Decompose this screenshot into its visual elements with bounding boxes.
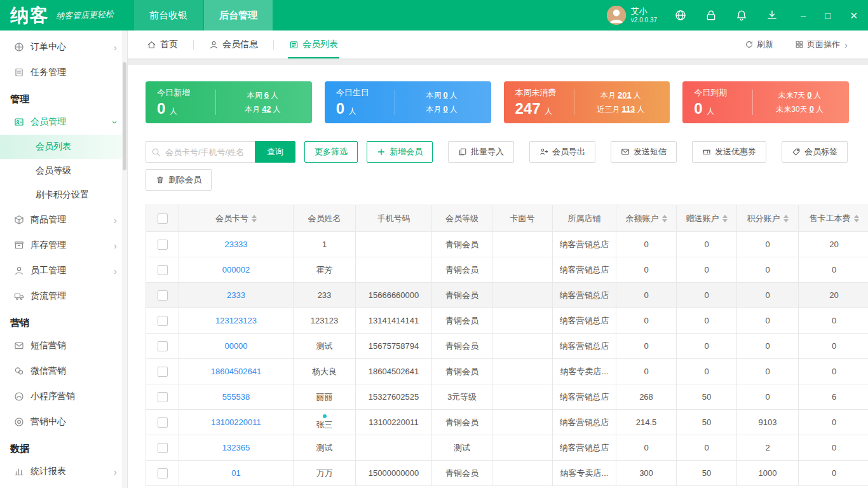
tab-1[interactable]: 会员信息 <box>208 30 259 58</box>
cell-points: 0 <box>737 232 799 257</box>
sidebar-item-17[interactable]: 统计报表› <box>0 459 127 484</box>
card-divider <box>395 90 395 115</box>
select-all-checkbox[interactable] <box>158 214 168 224</box>
sidebar-scrollbar[interactable] <box>122 30 127 488</box>
sort-icon[interactable] <box>252 215 257 222</box>
button-label: 发送短信 <box>634 146 667 158</box>
tab-2[interactable]: 会员列表 <box>288 30 339 58</box>
scrollbar-thumb[interactable] <box>123 62 126 170</box>
search-button[interactable]: 查询 <box>255 141 295 163</box>
sidebar-item-8[interactable]: 库存管理› <box>0 233 127 258</box>
column-header-card-no[interactable]: 会员卡号 <box>179 205 294 232</box>
cell-phone <box>356 232 432 257</box>
download-icon[interactable] <box>766 10 778 21</box>
row-checkbox[interactable] <box>158 468 168 478</box>
cell-fee: 0 <box>799 334 868 359</box>
row-checkbox[interactable] <box>158 341 168 351</box>
minimize-button[interactable]: – <box>801 11 806 20</box>
cell-face-no <box>492 384 553 410</box>
column-header-balance[interactable]: 余额账户 <box>616 205 677 232</box>
batch-import-button[interactable]: 批量导入 <box>448 141 514 163</box>
sidebar-item-5[interactable]: 会员等级 <box>0 159 127 183</box>
sidebar-item-1[interactable]: 任务管理 <box>0 60 127 85</box>
member-card-link[interactable]: 00000 <box>179 334 294 359</box>
sidebar-item-0[interactable]: 订单中心› <box>0 34 127 60</box>
table-row-0: 233331青铜会员纳客营销总店00020 <box>146 232 868 257</box>
cell-phone: 15000000000 <box>356 461 432 486</box>
member-table: 会员卡号会员姓名手机号码会员等级卡面号所属店铺余额账户赠送账户积分账户售卡工本费… <box>146 205 868 486</box>
row-checkbox[interactable] <box>158 265 168 275</box>
send-sms-button[interactable]: 发送短信 <box>611 141 677 163</box>
member-tag-button[interactable]: 会员标签 <box>782 141 848 163</box>
member-card-link[interactable]: 2333 <box>179 283 294 308</box>
titlebar-tab-cashier[interactable]: 前台收银 <box>134 0 203 30</box>
cell-select <box>146 461 179 486</box>
sidebar-item-15[interactable]: 营销中心 <box>0 409 127 435</box>
bell-icon[interactable] <box>736 10 747 21</box>
member-card-link[interactable]: 18604502641 <box>179 359 294 384</box>
page-operations-action[interactable]: 页面操作› <box>795 39 851 50</box>
sidebar-section: 数据 <box>0 435 127 459</box>
sidebar-item-6[interactable]: 刷卡积分设置 <box>0 183 127 207</box>
card-title: 今日生日 <box>336 87 386 98</box>
sidebar-item-10[interactable]: 货流管理 <box>0 283 127 309</box>
refresh-action[interactable]: 刷新 <box>745 39 773 50</box>
add-member-button[interactable]: 新增会员 <box>367 141 433 163</box>
row-checkbox[interactable] <box>158 316 168 326</box>
tab-separator <box>273 40 274 50</box>
sidebar-item-14[interactable]: 小程序营销 <box>0 384 127 409</box>
sort-icon[interactable] <box>854 215 859 222</box>
column-header-select[interactable] <box>146 205 179 232</box>
sort-icon[interactable] <box>662 215 667 222</box>
sort-icon[interactable] <box>722 215 728 222</box>
titlebar-tab-backoffice[interactable]: 后台管理 <box>204 0 273 30</box>
member-card-link[interactable]: 123123123 <box>179 308 294 334</box>
tab-separator <box>193 40 194 50</box>
column-header-gift[interactable]: 赠送账户 <box>677 205 737 232</box>
card-subrow: 近三月113人 <box>597 104 644 115</box>
sidebar-item-13[interactable]: 微信营销 <box>0 358 127 384</box>
row-checkbox[interactable] <box>158 443 168 453</box>
card-title: 本周未消费 <box>515 87 565 98</box>
cell-select <box>146 308 179 334</box>
row-checkbox[interactable] <box>158 290 168 301</box>
table-row-1: 000002霍芳青铜会员纳客营销总店0000 <box>146 257 868 283</box>
more-filters-button[interactable]: 更多筛选 <box>304 141 358 163</box>
member-card-link[interactable]: 13100220011 <box>179 410 294 435</box>
close-button[interactable]: ✕ <box>850 11 858 20</box>
column-header-points[interactable]: 积分账户 <box>737 205 799 232</box>
cell-level: 测试 <box>432 435 492 461</box>
column-label: 所属店铺 <box>568 213 601 224</box>
row-checkbox[interactable] <box>158 367 168 377</box>
sidebar-item-4[interactable]: 会员列表 <box>0 135 127 159</box>
search-input[interactable] <box>146 141 255 163</box>
row-checkbox[interactable] <box>158 240 168 250</box>
column-header-fee[interactable]: 售卡工本费 <box>799 205 868 232</box>
tab-label: 会员列表 <box>302 39 338 50</box>
sidebar-item-12[interactable]: 短信营销 <box>0 333 127 358</box>
delete-member-button[interactable]: 删除会员 <box>146 169 212 191</box>
chevron-icon: › <box>844 39 848 50</box>
lock-icon[interactable] <box>705 10 717 21</box>
globe-icon[interactable] <box>675 10 686 21</box>
sidebar-item-7[interactable]: 商品管理› <box>0 207 127 233</box>
cell-balance: 268 <box>616 384 677 410</box>
member-card-link[interactable]: 01 <box>179 461 294 486</box>
send-coupon-button[interactable]: 发送优惠券 <box>692 141 766 163</box>
member-export-button[interactable]: 会员导出 <box>529 141 595 163</box>
row-checkbox[interactable] <box>158 392 168 402</box>
cell-points: 9103 <box>737 410 799 435</box>
tab-0[interactable]: 首页 <box>146 30 179 58</box>
sort-icon[interactable] <box>783 215 789 222</box>
sidebar-item-3[interactable]: 会员管理› <box>0 109 127 135</box>
member-card-link[interactable]: 000002 <box>179 257 294 283</box>
cell-gift: 50 <box>677 461 737 486</box>
row-checkbox[interactable] <box>158 417 168 428</box>
search-icon <box>151 147 161 157</box>
avatar[interactable] <box>607 6 626 25</box>
member-card-link[interactable]: 23333 <box>179 232 294 257</box>
maximize-button[interactable]: □ <box>825 11 831 20</box>
member-card-link[interactable]: 555538 <box>179 384 294 410</box>
member-card-link[interactable]: 132365 <box>179 435 294 461</box>
sidebar-item-9[interactable]: 员工管理› <box>0 258 127 283</box>
